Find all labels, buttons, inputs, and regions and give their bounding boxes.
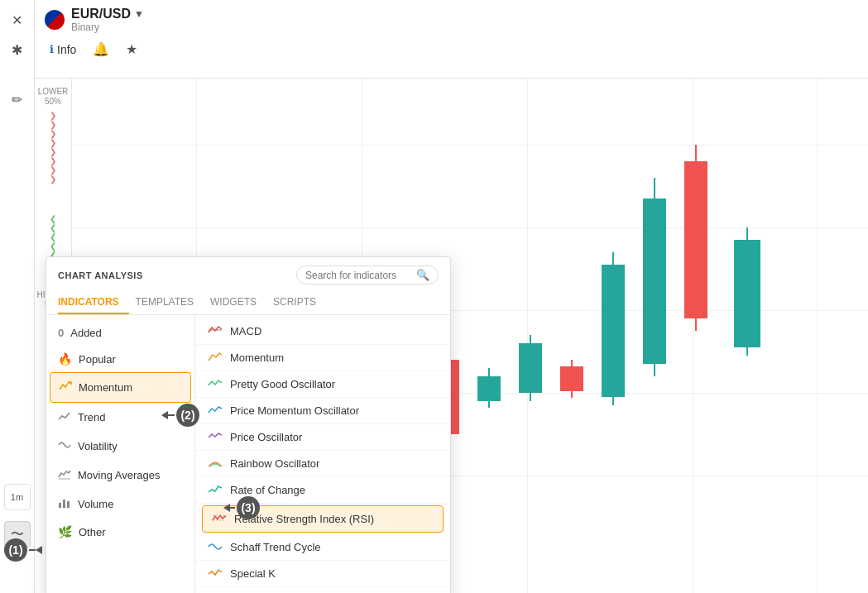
category-added[interactable]: 0 Added [46,320,194,346]
asset-dropdown-arrow[interactable]: ▼ [134,8,144,20]
indicator-pgo-label: Pretty Good Oscillator [230,378,335,390]
candle-9 [684,145,707,331]
arrow-line-3 [230,507,235,509]
candle-10-wick-bot [746,347,748,356]
indicator-macd-label: MACD [230,325,261,337]
candle-4-body [477,376,501,401]
tab-templates[interactable]: TEMPLATES [136,291,204,314]
chart-analysis-panel: CHART ANALYSIS 🔍 INDICATORS TEMPLATES WI… [46,256,451,593]
indicator-schaff[interactable]: Schaff Trend Cycle [195,534,450,561]
indicator-macd[interactable]: MACD [195,318,450,345]
star-icon: ★ [126,42,137,56]
close-button[interactable]: ✕ [4,7,31,33]
arrow-head-3 [223,504,230,512]
panel-body: 0 Added 🔥 Popular Momentum Trend [46,315,450,593]
candle-7-wick-bot [612,397,614,405]
top-header: EUR/USD ▼ Binary ℹ Info 🔔 ★ [35,0,868,79]
added-number: 0 [58,327,64,339]
candle-4-wick-top [488,368,490,376]
candle-6-wick-bot [571,391,573,398]
chevron-down-2: ❯ [50,121,56,129]
indicator-momentum-label: Momentum [230,351,284,364]
chevron-up-3: ❮ [50,233,56,242]
tab-widgets[interactable]: WIDGETS [210,291,266,314]
info-label: Info [57,43,76,56]
category-popular-label: Popular [79,353,116,366]
rainbow-icon [207,457,223,471]
indicator-rainbow-label: Rainbow Oscillator [230,457,319,470]
candle-7-body [602,265,625,397]
popular-icon: 🔥 [58,352,72,366]
info-button[interactable]: ℹ Info [45,41,81,58]
candle-8-body [643,198,666,364]
annotation-1-group: (1) [4,538,42,562]
pencil-button[interactable]: ✏ [4,86,31,112]
tab-indicators[interactable]: INDICATORS [58,291,129,314]
po-icon [207,430,223,444]
candle-5-body [519,343,542,393]
indicator-momentum[interactable]: Momentum [195,345,450,371]
pin-button[interactable]: ✱ [4,36,31,63]
candle-4 [477,368,501,408]
annotation-3-group: (3) [223,496,260,519]
left-toolbar: ✕ ✱ ✏ 〜 15m 1m [0,0,35,593]
category-volume[interactable]: Volume [46,490,194,519]
indicator-pmo[interactable]: Price Momentum Oscillator [195,398,450,424]
category-other-label: Other [79,526,106,538]
grid-v-5 [817,79,818,593]
star-button[interactable]: ★ [121,40,142,59]
candle-9-wick-top [695,145,697,161]
indicator-smi[interactable]: Stochastic Momentum Index [195,587,450,593]
candle-4-wick-bot [488,401,490,408]
indicator-specialk-label: Special K [230,567,276,580]
panel-tabs: INDICATORS TEMPLATES WIDGETS SCRIPTS [46,291,450,315]
indicator-rainbow[interactable]: Rainbow Oscillator [195,451,450,477]
grid-h-1 [72,145,868,146]
svg-rect-1 [59,503,61,508]
bell-button[interactable]: 🔔 [88,40,114,59]
chevron-up-4: ❮ [50,242,56,251]
volume-icon [58,496,71,512]
candle-10-body [734,240,760,347]
search-box[interactable]: 🔍 [296,265,439,285]
annotation-3-arrow [223,504,235,512]
candle-8-wick-bot [654,364,655,376]
bell-icon: 🔔 [93,42,109,56]
trend-icon [58,409,71,425]
indicator-specialk[interactable]: Special K [195,561,450,587]
candle-5 [519,335,542,401]
candle-6-body [560,366,583,391]
chevron-down-7: ❯ [50,166,56,175]
macd-icon [207,324,223,338]
chevron-up-1: ❮ [50,215,56,223]
roc-icon [207,483,223,497]
category-other[interactable]: 🌿 Other [46,519,194,545]
arrow-head-1 [36,546,42,554]
indicator-po[interactable]: Price Oscillator [195,424,450,451]
asset-flag [45,10,65,30]
candle-9-wick-bot [695,318,697,331]
arrow-line-1 [29,549,36,551]
search-icon: 🔍 [416,269,429,281]
tab-scripts[interactable]: SCRIPTS [273,291,326,314]
search-input[interactable] [305,270,413,281]
candle-8-wick-top [654,178,655,198]
category-momentum-label: Momentum [79,381,132,394]
chevron-up-2: ❮ [50,224,56,232]
candle-5-wick-top [530,335,531,343]
candle-10-wick-top [746,227,748,240]
moving-averages-icon [58,467,71,483]
indicator-schaff-label: Schaff Trend Cycle [230,541,321,553]
indicator-pgo[interactable]: Pretty Good Oscillator [195,371,450,398]
category-volatility[interactable]: Volatility [46,432,194,461]
category-momentum[interactable]: Momentum [50,372,191,403]
indicator-roc-label: Rate of Change [230,484,305,496]
category-popular[interactable]: 🔥 Popular [46,346,194,372]
category-trend-label: Trend [78,411,105,423]
annotation-2-arrow [161,411,175,419]
asset-type: Binary [71,22,144,33]
arrow-line-2 [168,414,175,416]
chevron-down-8: ❯ [50,175,56,184]
category-moving-averages[interactable]: Moving Averages [46,461,194,490]
timeframe-1m-button[interactable]: 1m [4,484,31,510]
